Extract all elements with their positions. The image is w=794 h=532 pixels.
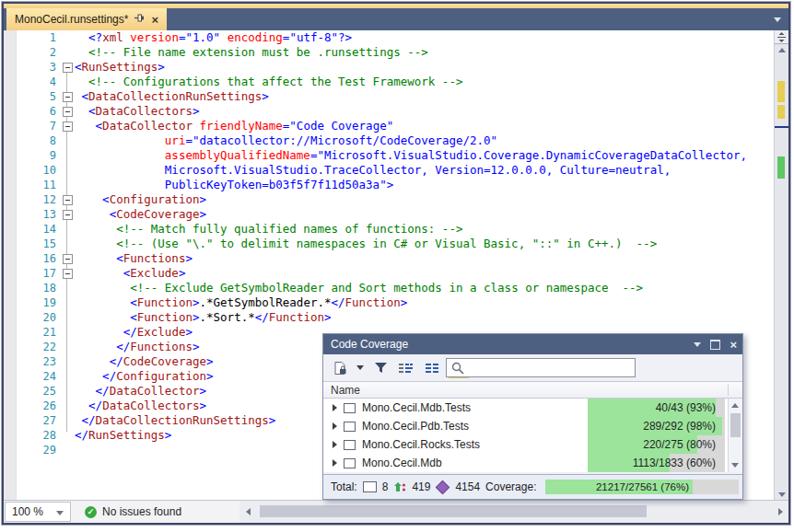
fold-toggle[interactable] <box>59 89 75 104</box>
close-icon[interactable]: × <box>730 339 737 351</box>
scroll-left-icon[interactable] <box>246 508 251 515</box>
outline-cell <box>59 443 75 457</box>
line-number-margin: 1234567891011121314151617181920212223242… <box>17 30 56 457</box>
table-row[interactable]: Mono.Cecil.Mdb.Tests40/43 (93%) <box>323 399 728 417</box>
export-results-button[interactable] <box>331 359 349 377</box>
scroll-up-button[interactable] <box>775 44 788 56</box>
scroll-up-icon <box>778 48 786 52</box>
code-line: <!-- (Use "\." to delimit namespaces in … <box>75 237 774 251</box>
horizontal-scrollbar[interactable] <box>239 501 788 523</box>
expander-icon[interactable] <box>333 441 337 448</box>
group-by-button[interactable] <box>397 359 415 377</box>
expander-icon[interactable] <box>333 422 337 430</box>
collapse-box-icon[interactable] <box>63 63 73 73</box>
window-menu-icon[interactable] <box>694 342 701 347</box>
outline-cell <box>59 148 75 163</box>
collapse-box-icon[interactable] <box>63 269 73 279</box>
scroll-down-icon[interactable] <box>731 463 739 468</box>
split-handle[interactable] <box>775 30 788 44</box>
funnel-icon <box>375 363 387 374</box>
maximize-icon[interactable] <box>710 340 720 350</box>
line-number: 4 <box>17 75 56 89</box>
search-box[interactable] <box>446 358 636 377</box>
collapse-box-icon[interactable] <box>63 121 73 132</box>
scrollbar-thumb[interactable] <box>730 413 741 437</box>
scrollbar-thumb[interactable] <box>260 505 647 517</box>
code-line: <Function>.*Sort.*</Function> <box>75 310 774 325</box>
code-line: <DataCollector friendlyName="Code Covera… <box>75 119 774 133</box>
row-name: Mono.Cecil.Mdb <box>362 457 442 469</box>
close-icon[interactable]: × <box>151 14 158 26</box>
line-number: 17 <box>17 266 56 281</box>
outline-cell <box>59 222 75 237</box>
code-line: assemblyQualifiedName="Microsoft.VisualS… <box>75 148 774 163</box>
code-line: <RunSettings> <box>75 60 774 75</box>
filter-button[interactable] <box>371 359 390 377</box>
line-number: 8 <box>17 133 56 148</box>
table-row[interactable]: Mono.Cecil.Mdb1113/1833 (60%) <box>323 454 728 472</box>
breakpoint-margin[interactable] <box>4 30 17 501</box>
coverage-cell: 289/292 (98%) <box>588 417 725 435</box>
zoom-level-select[interactable]: 100 % <box>5 502 71 522</box>
pin-icon[interactable] <box>134 13 145 26</box>
line-number: 29 <box>17 443 56 457</box>
row-name: Mono.Cecil.Pdb.Tests <box>362 420 469 433</box>
table-row[interactable]: Mono.Cecil.Rocks.Tests220/275 (80%) <box>323 435 728 454</box>
line-number: 16 <box>17 251 56 266</box>
line-number: 20 <box>17 310 56 325</box>
tab-monocecil-runsettings[interactable]: MonoCecil.runsettings* × <box>6 8 167 30</box>
expander-icon[interactable] <box>333 459 337 467</box>
dashed-lines-icon <box>426 363 439 374</box>
line-number: 25 <box>17 384 56 399</box>
fold-toggle[interactable] <box>59 60 75 75</box>
fold-toggle[interactable] <box>59 119 75 133</box>
line-number: 5 <box>17 89 56 104</box>
chevron-down-icon <box>56 511 64 515</box>
collapse-box-icon[interactable] <box>63 210 73 220</box>
outline-cell <box>59 30 75 45</box>
line-number: 2 <box>17 45 56 60</box>
table-row[interactable]: Mono.Cecil.Pdb.Tests289/292 (98%) <box>323 417 728 435</box>
code-line: <!-- Exclude GetSymbolReader and Sort me… <box>75 281 774 295</box>
fold-toggle[interactable] <box>59 251 75 266</box>
export-dropdown-icon[interactable] <box>356 365 364 370</box>
code-line: <!-- Match fully qualified names of func… <box>75 222 774 237</box>
assembly-box-icon <box>344 458 356 468</box>
expander-icon[interactable] <box>333 404 337 411</box>
search-input[interactable] <box>469 360 636 376</box>
show-partially-covered-button[interactable] <box>423 359 441 377</box>
zoom-level-value: 100 % <box>12 505 43 518</box>
outline-cell <box>59 369 75 384</box>
code-line: <Configuration> <box>75 192 774 207</box>
collapse-box-icon[interactable] <box>63 92 73 102</box>
coverage-toolbar <box>323 354 742 381</box>
collapse-box-icon[interactable] <box>63 254 73 264</box>
total-classes: 419 <box>412 480 430 493</box>
caret-position-mark <box>775 126 788 128</box>
scroll-up-icon[interactable] <box>731 403 739 408</box>
document-health-indicator[interactable]: ✓ No issues found <box>85 501 181 523</box>
outlining-margin[interactable] <box>59 30 75 457</box>
table-header[interactable]: Name <box>323 381 742 399</box>
assembly-box-icon <box>363 481 377 492</box>
code-line: Microsoft.VisualStudio.TraceCollector, V… <box>75 163 774 178</box>
scroll-right-icon[interactable] <box>778 508 783 515</box>
collapse-box-icon[interactable] <box>63 107 73 117</box>
name-column-header[interactable]: Name <box>331 384 360 397</box>
vertical-scrollbar[interactable] <box>774 30 788 501</box>
panel-title-bar[interactable]: Code Coverage × <box>323 334 742 354</box>
fold-toggle[interactable] <box>59 207 75 222</box>
line-number: 19 <box>17 295 56 310</box>
fold-toggle[interactable] <box>59 192 75 207</box>
assembly-box-icon <box>344 440 356 450</box>
coverage-cell: 1113/1833 (60%) <box>588 454 725 472</box>
fold-toggle[interactable] <box>59 266 75 281</box>
fold-toggle[interactable] <box>59 104 75 119</box>
line-number: 9 <box>17 148 56 163</box>
document-list-dropdown-icon[interactable] <box>774 17 781 22</box>
total-bar: Total: 8 419 4154 Coverage: 21217/27561 … <box>323 474 742 499</box>
collapse-box-icon[interactable] <box>63 195 73 205</box>
coverage-value: 1113/1833 (60%) <box>588 454 716 472</box>
table-scrollbar[interactable] <box>728 399 742 472</box>
line-number: 18 <box>17 281 56 295</box>
